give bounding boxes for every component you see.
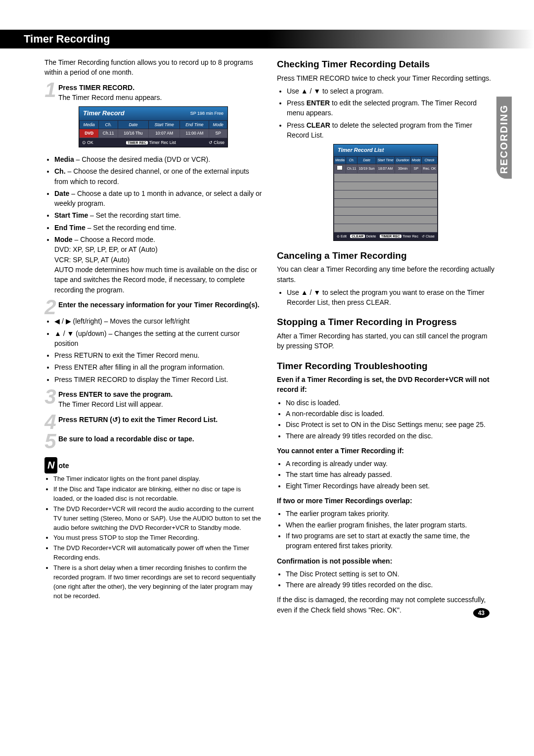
timer-record-list-osd: Timer Record List Media Ch. Date Start T…	[333, 144, 438, 240]
checking-intro: Press TIMER RECORD twice to check your T…	[277, 73, 494, 83]
step-4-number: 4	[44, 415, 56, 429]
field-mode-b: Mode	[54, 236, 73, 243]
step-2-bold: Enter the necessary information for your…	[58, 301, 260, 309]
field-start: – Set the recording start time.	[88, 211, 181, 219]
osd2-cell-start: 18:07 AM	[376, 164, 395, 173]
osd2-foot-close: ↺ Close	[422, 234, 435, 239]
s2-item-e: Press TIMER RECORD to display the Timer …	[54, 375, 262, 384]
t2-a: A recording is already under way.	[286, 459, 494, 469]
field-media: – Choose the desired media (DVD or VCR).	[74, 155, 210, 163]
osd2-th-start: Start Time	[376, 157, 395, 164]
step-5-bold: Be sure to load a recordable disc or tap…	[58, 435, 194, 443]
field-mode-l2: VCR: SP, SLP, AT (Auto)	[54, 256, 130, 264]
osd1-foot-ok: ⊙ OK	[82, 140, 93, 145]
field-mode: – Choose a Record mode.	[73, 236, 155, 243]
note-list: The Timer indicator lights on the front …	[53, 474, 262, 601]
t3-a: The earlier program takes priority.	[286, 509, 494, 519]
osd1-cell-mode: SP	[209, 129, 227, 138]
t4-b: There are already 99 titles recorded on …	[286, 580, 494, 590]
osd2-th-ch: Ch.	[346, 157, 357, 164]
field-description-list: Media – Choose the desired media (DVD or…	[54, 154, 262, 295]
cancel-heading: Canceling a Timer Recording	[277, 249, 494, 263]
field-mode-l3: AUTO mode determines how much time is av…	[54, 266, 257, 294]
osd2-th-date: Date	[357, 157, 376, 164]
t4-a: The Disc Protect setting is set to ON.	[286, 569, 494, 579]
field-ch-b: Ch.	[54, 167, 66, 175]
page-number: 43	[473, 608, 490, 618]
left-column: The Timer Recording function allows you …	[44, 57, 262, 618]
cancel-intro: You can clear a Timer Recording any time…	[277, 264, 494, 284]
osd1-cell-ch: Ch.11	[99, 129, 118, 138]
field-end: – Set the recording end time.	[86, 224, 177, 232]
t1-a: No disc is loaded.	[286, 398, 494, 408]
check-b3: Press CLEAR to delete the selected progr…	[287, 120, 494, 141]
cancel-b1: Use ▲ / ▼ to select the program you want…	[287, 287, 494, 308]
step-1-number: 1	[44, 83, 56, 97]
osd1-th-ch: Ch.	[99, 121, 118, 129]
step-1-text: The Timer Record menu appears.	[58, 94, 162, 101]
note-b: If the Disc and Tape indicator are blink…	[53, 485, 262, 504]
note-head-text: ote	[58, 461, 69, 471]
check-b2: Press ENTER to edit the selected program…	[287, 98, 494, 118]
cancel-list: Use ▲ / ▼ to select the program you want…	[287, 287, 494, 308]
osd2-foot-edit: ⊙ Edit	[337, 234, 347, 239]
osd1-th-end: End Time	[180, 121, 209, 129]
note-e: The DVD Recorder+VCR will automatically …	[53, 544, 262, 563]
trouble-list1: No disc is loaded. A non-recordable disc…	[286, 398, 494, 441]
trouble-sub3: If two or more Timer Recordings overlap:	[277, 497, 412, 505]
right-column: Checking Timer Recording Details Press T…	[277, 57, 494, 618]
osd2-cell-dur: 30min	[395, 164, 411, 173]
closing-text: If the disc is damaged, the recording ma…	[277, 595, 494, 615]
note-f: There is a short delay when a timer reco…	[53, 564, 262, 601]
s2-item-b: ▲ / ▼ (up/down) – Changes the setting at…	[54, 329, 262, 349]
osd2-th-check: Check	[422, 157, 438, 164]
field-ch: – Choose the desired channel, or one of …	[54, 167, 249, 185]
t2-c: Eight Timer Recordings have already been…	[286, 481, 494, 491]
step-2-number: 2	[44, 300, 56, 314]
step-3-bold: Press ENTER to save the program.	[58, 390, 173, 398]
osd2-title: Timer Record List	[338, 146, 384, 154]
t2-b: The start time has already passed.	[286, 470, 494, 479]
step-5-number: 5	[44, 434, 56, 448]
trouble-list3: The earlier program takes priority. When…	[286, 509, 494, 551]
osd1-cell-date: 10/16 Thu	[118, 129, 148, 138]
trouble-list4: The Disc Protect setting is set to ON. T…	[286, 569, 494, 590]
osd2-cell-media	[334, 164, 346, 173]
field-media-b: Media	[54, 155, 74, 163]
t3-c: If two programs are set to start at exac…	[286, 531, 494, 551]
osd1-cell-start: 10:07 AM	[148, 129, 179, 138]
trouble-heading: Timer Recording Troubleshooting	[277, 359, 494, 373]
note-a: The Timer indicator lights on the front …	[53, 474, 262, 484]
osd2-foot-delete: CLEAR Delete	[350, 234, 376, 239]
osd1-th-media: Media	[80, 121, 99, 129]
page-title-bar: Timer Recording	[0, 30, 534, 48]
osd2-th-dur: Duration	[395, 157, 411, 164]
osd2-cell-mode: SP	[410, 164, 421, 173]
osd1-cell-end: 11:00 AM	[180, 129, 209, 138]
note-icon: N	[44, 457, 57, 473]
t1-c: Disc Protect is set to ON in the Disc Se…	[286, 420, 494, 429]
checking-list: Use ▲ / ▼ to select a program. Press ENT…	[287, 86, 494, 140]
osd2-th-media: Media	[334, 157, 346, 164]
trouble-sub2: You cannot enter a Timer Recording if:	[277, 447, 404, 455]
trouble-sub1: Even if a Timer Recording is set, the DV…	[277, 376, 490, 393]
stop-heading: Stopping a Timer Recording in Progress	[277, 315, 494, 329]
field-date-b: Date	[54, 189, 69, 197]
trouble-list2: A recording is already under way. The st…	[286, 459, 494, 491]
timer-record-osd: Timer Record SP 198 min Free Media Ch. D…	[79, 106, 228, 147]
osd1-th-mode: Mode	[209, 121, 227, 129]
stop-text: After a Timer Recording has started, you…	[277, 331, 494, 351]
step-3-text: The Timer Record List will appear.	[58, 400, 163, 408]
osd2-cell-ch: Ch.11	[346, 164, 357, 173]
field-end-b: End Time	[54, 224, 86, 232]
step-1-bold: Press TIMER RECORD.	[58, 84, 134, 92]
step-2-sublist: ◀ / ▶ (left/right) – Moves the cursor le…	[54, 316, 262, 384]
osd2-cell-check: Rec. OK	[422, 164, 438, 173]
osd1-foot-reclist: TIMER REC Timer Rec List	[126, 140, 176, 145]
t1-d: There are already 99 titles recorded on …	[286, 431, 494, 441]
note-c: The DVD Recorder+VCR will record the aud…	[53, 505, 262, 533]
checking-heading: Checking Timer Recording Details	[277, 57, 494, 71]
step-4-bold: Press RETURN (↺) to exit the Timer Recor…	[58, 416, 218, 424]
osd1-table: Media Ch. Date Start Time End Time Mode …	[79, 120, 227, 138]
osd1-foot-close: ↺ Close	[209, 140, 224, 145]
